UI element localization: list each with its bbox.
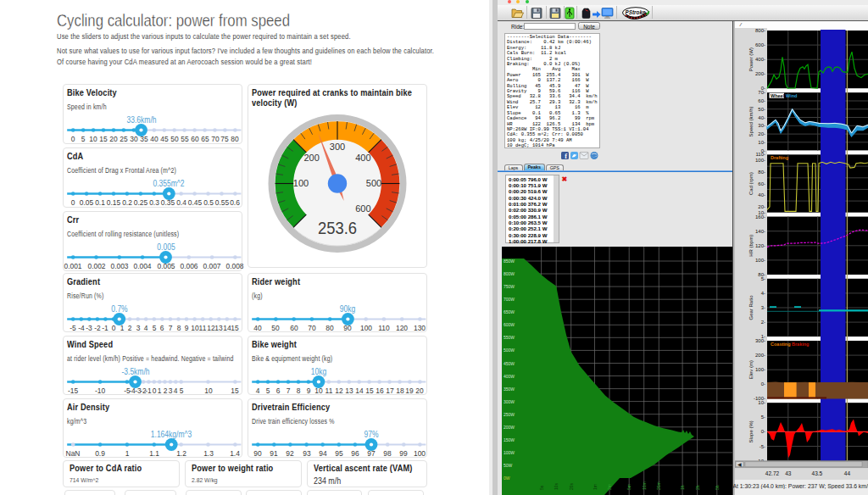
svg-text:Cad (rpm): Cad (rpm) xyxy=(748,172,754,195)
svg-text:800W: 800W xyxy=(504,271,515,276)
svg-text:850W: 850W xyxy=(504,259,515,264)
svg-text:500: 500 xyxy=(366,178,381,188)
svg-text:100-: 100- xyxy=(755,367,765,372)
svg-text:350W: 350W xyxy=(504,387,515,392)
svg-text:110-: 110- xyxy=(755,152,765,157)
svg-text:150W: 150W xyxy=(504,437,515,442)
svg-text:Coasting: Coasting xyxy=(771,342,791,347)
svg-text:43.5: 43.5 xyxy=(812,470,823,476)
svg-text:600: 600 xyxy=(355,203,370,214)
svg-text:1m: 1m xyxy=(593,484,598,490)
svg-text:400W: 400W xyxy=(504,374,515,379)
svg-text:4-: 4- xyxy=(761,291,765,296)
svg-text:200-: 200- xyxy=(755,71,765,76)
svg-text:Slope (%): Slope (%) xyxy=(748,420,754,442)
svg-text:Wheel: Wheel xyxy=(771,93,785,98)
svg-text:5s: 5s xyxy=(539,485,544,490)
svg-text:42.72: 42.72 xyxy=(765,470,780,476)
svg-text:100: 100 xyxy=(293,178,309,188)
svg-text:100-: 100- xyxy=(755,258,765,263)
svg-text:160-: 160- xyxy=(755,214,765,220)
svg-text:2-: 2- xyxy=(761,320,765,325)
svg-text:10-: 10- xyxy=(758,400,765,405)
svg-text:5m: 5m xyxy=(626,484,632,490)
svg-text:100W: 100W xyxy=(504,450,515,455)
svg-text:3-: 3- xyxy=(761,305,765,310)
svg-text:1h: 1h xyxy=(680,485,685,490)
svg-text:Power (W): Power (W) xyxy=(748,47,754,71)
svg-text:f: f xyxy=(565,153,567,160)
svg-text:5h: 5h xyxy=(715,485,720,490)
svg-text:20-: 20- xyxy=(758,204,765,209)
svg-text:120-: 120- xyxy=(755,243,765,248)
svg-text:Braking: Braking xyxy=(792,342,809,347)
svg-text:HR (bpm): HR (bpm) xyxy=(748,235,754,257)
svg-text:400-: 400- xyxy=(755,57,765,62)
svg-text:140-: 140- xyxy=(755,229,765,234)
svg-text:Drafting: Drafting xyxy=(771,155,788,160)
svg-text:80-: 80- xyxy=(758,170,765,175)
svg-text:20-: 20- xyxy=(758,131,765,136)
svg-text:20m: 20m xyxy=(656,481,661,490)
svg-text:60-: 60- xyxy=(758,98,765,103)
svg-text:◀: ◀ xyxy=(737,462,742,467)
svg-text:10m: 10m xyxy=(642,481,647,490)
svg-text:600W: 600W xyxy=(504,322,515,327)
svg-text:70-: 70- xyxy=(758,90,765,95)
svg-text:44: 44 xyxy=(844,470,851,476)
svg-text:550W: 550W xyxy=(504,335,515,340)
svg-text:700W: 700W xyxy=(504,297,515,302)
svg-text:-5-: -5- xyxy=(760,444,765,449)
svg-text:60-: 60- xyxy=(758,181,765,186)
svg-text:200: 200 xyxy=(303,153,319,163)
svg-text:2h: 2h xyxy=(695,485,700,490)
svg-text:200-: 200- xyxy=(755,353,765,358)
svg-text:450W: 450W xyxy=(504,361,515,366)
svg-text:5-: 5- xyxy=(761,276,765,281)
svg-text:400: 400 xyxy=(355,153,370,163)
svg-text:/: / xyxy=(739,22,743,28)
svg-text:250W: 250W xyxy=(504,412,515,417)
svg-text:Gear Ratio: Gear Ratio xyxy=(748,295,754,320)
svg-text:253.6: 253.6 xyxy=(318,219,357,237)
svg-text:600-: 600- xyxy=(755,42,765,47)
svg-text:Wind: Wind xyxy=(786,93,797,98)
svg-text:50W: 50W xyxy=(504,463,513,468)
svg-text:300: 300 xyxy=(330,142,345,152)
svg-text:50-: 50- xyxy=(758,107,765,112)
svg-text:40-: 40- xyxy=(758,192,765,197)
svg-text:100-: 100- xyxy=(755,158,765,163)
svg-text:500W: 500W xyxy=(504,348,515,353)
svg-text:750W: 750W xyxy=(504,284,515,289)
svg-text:200W: 200W xyxy=(504,425,515,430)
svg-text:800-: 800- xyxy=(755,28,765,33)
svg-text:650W: 650W xyxy=(504,309,515,314)
svg-text:5-: 5- xyxy=(761,414,765,420)
svg-text:10-: 10- xyxy=(758,140,765,145)
svg-text:43: 43 xyxy=(785,470,792,476)
svg-text:40-: 40- xyxy=(758,115,765,120)
svg-text:300W: 300W xyxy=(504,399,515,404)
svg-text:300-: 300- xyxy=(755,338,765,343)
svg-text:0-: 0- xyxy=(761,429,765,434)
svg-text:2m: 2m xyxy=(607,484,612,490)
svg-text:10s: 10s xyxy=(554,482,559,490)
svg-text:30-: 30- xyxy=(758,123,765,128)
svg-text:Speed (km/h): Speed (km/h) xyxy=(748,106,754,136)
svg-text:0-: 0- xyxy=(761,381,765,387)
svg-text:Elev (m): Elev (m) xyxy=(748,360,754,379)
svg-text:20s: 20s xyxy=(569,482,574,490)
svg-text:0W: 0W xyxy=(504,476,510,481)
